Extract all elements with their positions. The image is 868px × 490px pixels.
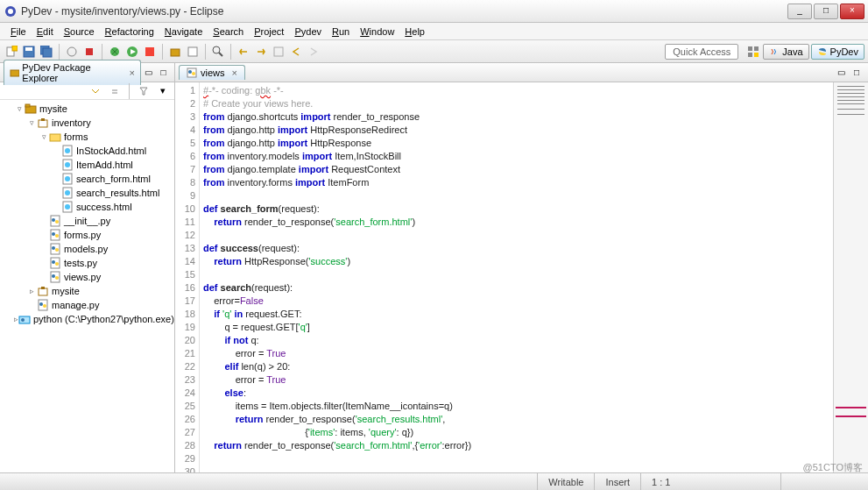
next-annotation-icon[interactable] — [253, 44, 269, 60]
maximize-editor-icon[interactable]: □ — [849, 65, 864, 81]
expander-icon[interactable] — [51, 160, 61, 170]
view-menu-icon[interactable]: ▾ — [155, 83, 171, 99]
py-icon — [37, 299, 49, 311]
menu-window[interactable]: Window — [355, 25, 399, 39]
filter-icon[interactable] — [136, 83, 152, 99]
toolbar-separator — [162, 44, 163, 60]
project-icon — [25, 103, 37, 115]
tree-item[interactable]: search_results.html — [2, 186, 173, 200]
perspective-label: PyDev — [830, 46, 858, 57]
new-package-icon[interactable] — [167, 44, 183, 60]
line-gutter[interactable]: 1234567891011121314151617181920212223242… — [175, 82, 200, 472]
tree-item[interactable]: ▹mysite — [2, 284, 173, 298]
tree-item[interactable]: models.py — [2, 242, 173, 256]
expander-icon[interactable]: ▿ — [14, 103, 25, 114]
editor-tab-views[interactable]: views × — [179, 65, 245, 80]
expander-icon[interactable]: ▹ — [26, 286, 37, 296]
tree-item[interactable]: __init__.py — [2, 214, 173, 228]
status-writable: Writable — [537, 473, 594, 490]
unknown-1-icon[interactable] — [64, 44, 80, 60]
stop-icon[interactable] — [81, 44, 97, 60]
last-edit-icon[interactable] — [271, 44, 286, 60]
close-x-icon[interactable]: × — [129, 67, 134, 78]
external-tools-icon[interactable] — [142, 44, 158, 60]
package-explorer-tab[interactable]: PyDev Package Explorer × — [4, 60, 141, 85]
pkg-icon — [37, 117, 49, 129]
quick-access-field[interactable]: Quick Access — [665, 44, 738, 60]
svg-point-46 — [55, 248, 59, 252]
expander-icon[interactable] — [39, 216, 49, 226]
tree-item[interactable]: InStockAdd.html — [2, 144, 173, 158]
new-icon[interactable] — [4, 44, 19, 60]
menu-source[interactable]: Source — [59, 25, 100, 39]
expander-icon[interactable] — [39, 244, 49, 254]
tree-item[interactable]: ItemAdd.html — [2, 158, 173, 172]
new-module-icon[interactable] — [185, 44, 201, 60]
menu-run[interactable]: Run — [327, 25, 355, 39]
perspective-pydev[interactable]: PyDev — [811, 44, 864, 60]
minimize-button[interactable]: _ — [787, 4, 812, 19]
svg-point-45 — [52, 246, 55, 250]
tree-item[interactable]: search_form.html — [2, 172, 173, 186]
expander-icon[interactable] — [51, 146, 61, 156]
tree-item[interactable]: manage.py — [2, 298, 173, 312]
tree-item[interactable]: ▹python (C:\Python27\python.exe) — [2, 312, 173, 326]
expander-icon[interactable] — [51, 188, 61, 198]
menu-edit[interactable]: Edit — [32, 25, 59, 39]
tree-item[interactable]: ▿forms — [2, 130, 173, 144]
save-icon[interactable] — [21, 44, 37, 60]
menu-search[interactable]: Search — [208, 25, 249, 39]
close-tab-icon[interactable]: × — [232, 67, 237, 78]
watermark: @51CTO博客 — [803, 461, 863, 474]
expander-icon[interactable]: ▿ — [39, 131, 49, 142]
prev-annotation-icon[interactable] — [236, 44, 251, 60]
maximize-button[interactable]: □ — [814, 4, 838, 19]
tree-label: ItemAdd.html — [76, 160, 133, 170]
open-perspective-icon[interactable] — [745, 44, 761, 60]
code-editor[interactable]: #-*- coding: gbk -*-# Create your views … — [200, 82, 833, 472]
menu-pydev[interactable]: Pydev — [289, 25, 327, 39]
tree-label: search_form.html — [76, 174, 151, 184]
menu-project[interactable]: Project — [249, 25, 289, 39]
maximize-view-icon[interactable]: □ — [156, 65, 171, 81]
save-all-icon[interactable] — [39, 44, 54, 60]
expander-icon[interactable] — [39, 258, 49, 268]
perspective-java[interactable]: Java — [763, 44, 808, 60]
expander-icon[interactable] — [39, 230, 49, 240]
tree-item[interactable]: success.html — [2, 200, 173, 214]
back-icon[interactable] — [288, 44, 304, 60]
menu-navigate[interactable]: Navigate — [159, 25, 208, 39]
run-icon[interactable] — [124, 44, 140, 60]
package-explorer-view: PyDev Package Explorer × ▭ □ ▾ ▿mysite▿i… — [0, 63, 175, 472]
svg-rect-20 — [748, 53, 752, 57]
tree-item[interactable]: views.py — [2, 270, 173, 284]
menu-help[interactable]: Help — [399, 25, 430, 39]
search-icon[interactable] — [210, 44, 226, 60]
expander-icon[interactable] — [26, 300, 37, 310]
tree-label: __init__.py — [64, 216, 110, 226]
tree-item[interactable]: forms.py — [2, 228, 173, 242]
overview-ruler[interactable] — [833, 82, 868, 472]
expander-icon[interactable] — [51, 174, 61, 184]
menu-file[interactable]: File — [5, 25, 32, 39]
tree-item[interactable]: ▿mysite — [2, 102, 173, 116]
minimize-view-icon[interactable]: ▭ — [141, 65, 156, 81]
debug-icon[interactable] — [107, 44, 123, 60]
forward-icon[interactable] — [306, 44, 321, 60]
menu-refactoring[interactable]: Refactoring — [100, 25, 159, 39]
collapse-all-icon[interactable] — [88, 83, 103, 99]
tree-item[interactable]: tests.py — [2, 256, 173, 270]
tree-item[interactable]: ▿inventory — [2, 116, 173, 130]
expander-icon[interactable] — [51, 202, 61, 212]
svg-rect-14 — [188, 47, 197, 56]
minimize-editor-icon[interactable]: ▭ — [833, 65, 849, 81]
project-tree[interactable]: ▿mysite▿inventory▿formsInStockAdd.htmlIt… — [0, 100, 174, 472]
close-button[interactable]: × — [840, 4, 864, 19]
svg-line-16 — [219, 53, 222, 56]
status-bar: Writable Insert 1 : 1 — [0, 472, 868, 490]
status-position: 1 : 1 — [640, 473, 780, 490]
svg-point-61 — [188, 70, 192, 74]
link-editor-icon[interactable] — [107, 83, 123, 99]
expander-icon[interactable] — [39, 272, 49, 282]
expander-icon[interactable]: ▿ — [26, 117, 37, 128]
